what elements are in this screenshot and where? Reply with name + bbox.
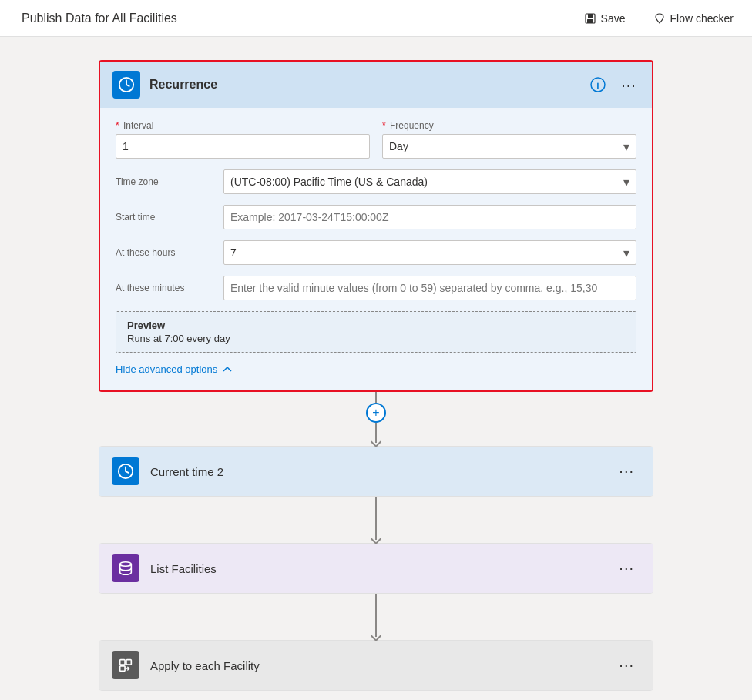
current-time-dots: ··· xyxy=(619,462,634,479)
connector-2 xyxy=(372,497,380,543)
apply-each-header: Apply to each Facility ··· xyxy=(99,641,653,690)
interval-frequency-row: * Interval * Frequency Day Week Mont xyxy=(116,120,636,159)
list-facilities-card: List Facilities ··· xyxy=(99,543,653,594)
chevron-up-icon xyxy=(222,364,233,375)
svg-rect-10 xyxy=(120,666,125,671)
list-facilities-more-button[interactable]: ··· xyxy=(613,557,640,580)
list-facilities-title: List Facilities xyxy=(150,562,602,575)
minutes-label: At these minutes xyxy=(116,283,223,293)
starttime-input[interactable] xyxy=(223,205,636,229)
page-title: Publish Data for All Facilities xyxy=(22,12,177,25)
plus-connector-1: + xyxy=(366,392,386,446)
info-button[interactable]: i xyxy=(587,74,609,95)
starttime-control xyxy=(223,205,636,229)
timezone-label: Time zone xyxy=(116,176,223,187)
svg-text:i: i xyxy=(596,80,599,91)
minutes-input[interactable] xyxy=(223,276,636,300)
list-facilities-dots: ··· xyxy=(619,559,634,576)
save-label: Save xyxy=(601,12,626,25)
clock-icon-2 xyxy=(117,463,134,480)
nav-left: Publish Data for All Facilities xyxy=(12,12,177,25)
main-content: Recurrence i ··· * Inter xyxy=(0,37,752,700)
list-facilities-icon xyxy=(112,554,139,582)
current-time-more-button[interactable]: ··· xyxy=(613,460,640,483)
recurrence-card: Recurrence i ··· * Inter xyxy=(99,60,653,392)
current-time-header: Current time 2 ··· xyxy=(99,447,653,496)
starttime-label: Start time xyxy=(116,212,223,223)
current-time-icon xyxy=(112,457,139,485)
interval-input[interactable] xyxy=(116,134,370,159)
connector-3 xyxy=(372,594,380,640)
hours-row: At these hours 7 012 345 689 ▾ xyxy=(116,240,636,265)
list-facilities-header: List Facilities ··· xyxy=(99,544,653,593)
add-step-button-1[interactable]: + xyxy=(366,403,386,423)
recurrence-icon xyxy=(112,71,140,99)
flow-checker-button[interactable]: Flow checker xyxy=(647,9,740,28)
timezone-select-wrapper: (UTC-08:00) Pacific Time (US & Canada) ▾ xyxy=(223,169,636,194)
hours-select[interactable]: 7 012 345 689 xyxy=(224,241,636,264)
hours-select-wrapper: 7 012 345 689 ▾ xyxy=(223,240,636,265)
header-actions: i ··· xyxy=(587,74,640,95)
apply-each-title: Apply to each Facility xyxy=(150,659,602,672)
save-button[interactable]: Save xyxy=(578,9,632,28)
clock-icon xyxy=(118,76,135,93)
frequency-label: * Frequency xyxy=(382,120,636,131)
recurrence-header: Recurrence i ··· xyxy=(100,62,652,108)
minutes-row: At these minutes xyxy=(116,276,636,300)
connector-arrow-1 xyxy=(371,437,381,447)
current-time-title: Current time 2 xyxy=(150,465,602,478)
hours-label: At these hours xyxy=(116,247,223,258)
apply-each-icon xyxy=(112,651,139,679)
timezone-control: (UTC-08:00) Pacific Time (US & Canada) ▾ xyxy=(223,169,636,194)
timezone-select[interactable]: (UTC-08:00) Pacific Time (US & Canada) xyxy=(224,170,636,193)
recurrence-body: * Interval * Frequency Day Week Mont xyxy=(100,108,652,390)
interval-group: * Interval xyxy=(116,120,370,159)
loop-icon xyxy=(117,657,134,674)
preview-box: Preview Runs at 7:00 every day xyxy=(116,311,636,353)
frequency-select-wrapper: Day Week Month Hour Minute Second ▾ xyxy=(382,134,636,159)
minutes-control xyxy=(223,276,636,300)
hide-advanced-button[interactable]: Hide advanced options xyxy=(116,363,233,375)
more-dots: ··· xyxy=(621,77,636,92)
frequency-select[interactable]: Day Week Month Hour Minute Second xyxy=(383,135,636,158)
svg-rect-2 xyxy=(587,19,593,23)
preview-text: Runs at 7:00 every day xyxy=(127,333,625,344)
connector-arrow-2 xyxy=(371,534,381,544)
flow-checker-label: Flow checker xyxy=(670,12,734,25)
timezone-row: Time zone (UTC-08:00) Pacific Time (US &… xyxy=(116,169,636,194)
top-nav: Publish Data for All Facilities Save Flo… xyxy=(0,0,752,37)
recurrence-more-button[interactable]: ··· xyxy=(618,74,640,95)
svg-point-7 xyxy=(120,562,132,567)
hide-advanced-label: Hide advanced options xyxy=(116,363,217,375)
preview-heading: Preview xyxy=(127,320,625,331)
interval-label: * Interval xyxy=(116,120,370,131)
svg-rect-9 xyxy=(126,660,131,665)
current-time-card: Current time 2 ··· xyxy=(99,446,653,497)
connector-arrow-3 xyxy=(371,631,381,641)
apply-each-card: Apply to each Facility ··· xyxy=(99,640,653,691)
connector-top-line xyxy=(375,392,377,403)
recurrence-title: Recurrence xyxy=(149,78,578,92)
hours-control: 7 012 345 689 ▾ xyxy=(223,240,636,265)
svg-rect-8 xyxy=(120,660,125,665)
apply-each-dots: ··· xyxy=(619,656,634,673)
apply-each-more-button[interactable]: ··· xyxy=(613,654,640,677)
starttime-row: Start time xyxy=(116,205,636,229)
database-icon xyxy=(117,560,134,577)
nav-right: Save Flow checker xyxy=(578,9,740,28)
frequency-group: * Frequency Day Week Month Hour Minute S… xyxy=(382,120,636,159)
svg-rect-1 xyxy=(588,14,593,18)
